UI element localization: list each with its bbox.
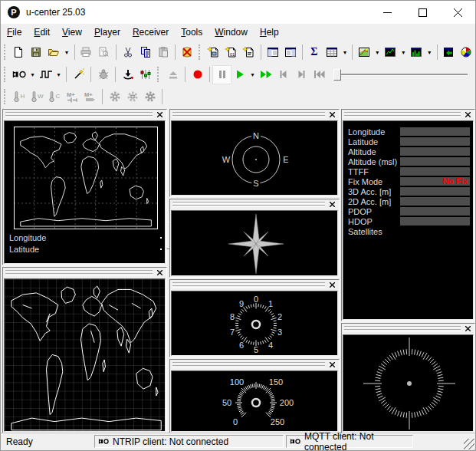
new-packet-console-button[interactable] <box>205 44 222 61</box>
menu-edit[interactable]: Edit <box>28 24 56 41</box>
panel-close-button[interactable] <box>327 199 337 209</box>
new-file-button[interactable] <box>10 44 28 61</box>
cut-button[interactable] <box>119 44 136 61</box>
gear-icon <box>126 91 139 103</box>
split-left-view-button[interactable] <box>264 44 281 61</box>
panel-header[interactable] <box>170 280 339 290</box>
world-map-dense-graphic <box>5 279 166 432</box>
split-right-view-button[interactable] <box>281 44 299 61</box>
separator <box>90 67 91 82</box>
docking-windows-button[interactable] <box>440 44 458 61</box>
step-forward-button <box>292 66 310 84</box>
copy-button[interactable] <box>136 44 154 61</box>
world-map-dense-view[interactable] <box>4 278 166 432</box>
panel-header[interactable] <box>170 199 339 209</box>
panel-close-button[interactable] <box>327 280 337 289</box>
baudrate-dropdown[interactable]: ▾ <box>54 66 63 84</box>
menu-receiver[interactable]: Receiver <box>126 24 175 41</box>
maximize-button[interactable] <box>405 1 440 24</box>
open-file-dropdown[interactable]: ▾ <box>63 44 71 61</box>
step-forward-icon <box>295 68 307 81</box>
panel-header[interactable] <box>170 110 339 120</box>
position-slider-thumb[interactable] <box>333 69 341 81</box>
hot-connect-button[interactable] <box>119 66 136 84</box>
panel-compass: N E S W <box>169 109 340 197</box>
world-map-view[interactable]: Longitude Latitude <box>4 120 166 264</box>
toolbar-gripper[interactable] <box>4 44 6 60</box>
position-slider-track[interactable] <box>333 74 468 76</box>
panel-header[interactable] <box>170 360 339 370</box>
world-map-graphic <box>5 121 166 264</box>
play-button[interactable] <box>231 66 248 84</box>
speedo-label-50: 50 <box>222 398 231 407</box>
data-label: Latitude <box>348 137 378 146</box>
svg-text:M+: M+ <box>84 91 93 97</box>
close-button[interactable] <box>440 1 475 24</box>
baudrate-button[interactable] <box>37 66 54 84</box>
titlebar[interactable]: P u-center 25.03 <box>1 1 475 24</box>
chart-view-button[interactable] <box>382 44 399 61</box>
table-view-icon <box>326 46 338 58</box>
connect-receiver-button[interactable] <box>11 66 28 84</box>
connect-dropdown[interactable]: ▾ <box>28 66 37 84</box>
map-view-dropdown[interactable]: ▾ <box>373 44 382 61</box>
save-config-button-2: M+ <box>81 87 99 105</box>
speedometer-view[interactable]: 0 50 100 150 200 250 <box>171 370 338 432</box>
port-settings-button[interactable] <box>136 66 154 84</box>
autobaud-wand-button[interactable] <box>70 66 87 84</box>
panel-header[interactable] <box>342 324 474 334</box>
window-title: u-center 25.03 <box>26 7 85 18</box>
menu-view[interactable]: View <box>56 24 88 41</box>
minimize-button[interactable] <box>369 1 405 24</box>
statistic-view-button[interactable]: Σ <box>305 44 323 61</box>
panel-close-button[interactable] <box>327 110 337 119</box>
fast-forward-button[interactable] <box>257 66 274 84</box>
data-view[interactable]: Longitude Latitude Altitude Altitude (ms… <box>343 120 474 320</box>
histogram-view-dropdown[interactable]: ▾ <box>425 44 434 61</box>
chart-view-dropdown[interactable]: ▾ <box>399 44 408 61</box>
panel-close-button[interactable] <box>463 110 473 119</box>
panel-header[interactable] <box>342 110 474 120</box>
toolbar-gripper[interactable] <box>4 67 7 82</box>
record-button[interactable] <box>189 66 206 84</box>
toolbar-gripper[interactable] <box>4 89 7 104</box>
gauge-view[interactable] <box>343 334 474 432</box>
menu-window[interactable]: Window <box>208 24 254 41</box>
menu-player[interactable]: Player <box>88 24 126 41</box>
new-binary-console-button[interactable]: 01 <box>222 44 240 61</box>
compass-rose-view[interactable] <box>171 210 338 276</box>
menu-file[interactable]: File <box>1 24 28 41</box>
save-file-button[interactable] <box>28 44 45 61</box>
panel-close-button[interactable] <box>155 110 165 119</box>
compass-west-label: W <box>221 155 231 164</box>
menu-help[interactable]: Help <box>254 24 285 41</box>
compass-view[interactable]: N E S W <box>171 120 338 196</box>
color-wheel-button[interactable] <box>458 44 475 61</box>
panel-map-world <box>2 267 167 433</box>
data-label: Altitude (msl) <box>348 157 397 166</box>
toolbar-gripper[interactable] <box>157 67 160 82</box>
menu-tools[interactable]: Tools <box>175 24 208 41</box>
map-view-button[interactable] <box>356 44 373 61</box>
panel-close-button[interactable] <box>155 268 165 277</box>
toolbar-gripper[interactable] <box>199 44 201 60</box>
data-row-pdop: PDOP <box>343 207 473 217</box>
new-text-console-button[interactable] <box>240 44 258 61</box>
print-preview-icon <box>97 46 110 58</box>
play-dropdown[interactable]: ▾ <box>248 66 257 84</box>
ntrip-status-field: NTRIP client: Not connected <box>94 435 284 448</box>
panel-close-button[interactable] <box>463 324 473 333</box>
panel-header[interactable] <box>3 110 166 120</box>
data-label: Altitude <box>348 147 376 156</box>
clear-database-button[interactable] <box>178 44 195 61</box>
close-icon <box>330 362 335 367</box>
panel-close-button[interactable] <box>327 360 337 369</box>
clock-dial-view[interactable]: 0 1 2 3 4 5 6 7 8 9 <box>171 291 338 356</box>
resize-grip[interactable] <box>464 439 474 449</box>
panel-header[interactable] <box>3 268 166 278</box>
histogram-view-button[interactable] <box>408 44 425 61</box>
table-view-button[interactable] <box>323 44 340 61</box>
open-file-button[interactable] <box>45 44 63 61</box>
table-view-dropdown[interactable]: ▾ <box>340 44 349 61</box>
data-row-longitude: Longitude <box>343 127 473 137</box>
